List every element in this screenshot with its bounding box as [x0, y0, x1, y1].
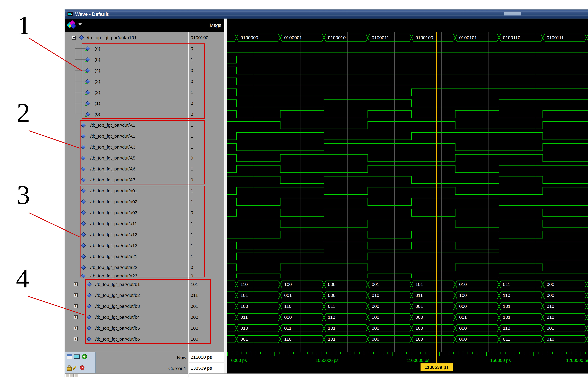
bus-value-label: 000 [547, 282, 554, 287]
lock-icon[interactable] [67, 365, 72, 371]
signal-row[interactable]: /tb_top_fgt_par/dut/A2 [65, 131, 188, 142]
splitter-handle[interactable] [66, 374, 69, 377]
bus-value-label: 001 [372, 282, 379, 287]
signal-row[interactable]: /tb_top_fgt_par/dut/a23 [65, 273, 188, 279]
waveform-panel[interactable]: 0100000010000101000100100011010010001001… [227, 32, 588, 352]
bus-value-label: 110 [284, 304, 292, 309]
bus-value-label: 100 [284, 282, 292, 287]
values-wave-splitter[interactable] [224, 19, 227, 374]
bus-value-label: 000 [284, 315, 292, 320]
bus-waveform [227, 324, 588, 332]
bit-signal-icon [86, 79, 90, 84]
signal-row[interactable]: −/tb_top_fgt_par/dut/u1/U [65, 32, 188, 43]
remove-cursor-icon[interactable] [80, 365, 84, 370]
signal-row[interactable]: (4) [65, 65, 188, 76]
bit-waveform [227, 187, 588, 194]
signal-row[interactable]: /tb_top_fgt_par/dut/A1 [65, 120, 188, 131]
layout-icon[interactable] [67, 354, 72, 359]
edit-icon[interactable] [73, 366, 76, 370]
signal-row[interactable]: (1) [65, 98, 188, 109]
signal-name: /tb_top_fgt_par/dut/b4 [95, 315, 140, 320]
ruler-tick [529, 352, 529, 354]
titlebar-grip[interactable] [504, 12, 521, 17]
dropdown-arrow-icon[interactable] [78, 23, 82, 25]
signal-row[interactable]: /tb_top_fgt_par/dut/a02 [65, 196, 188, 207]
window-titlebar[interactable]: Wave - Default [65, 10, 588, 19]
signal-value: 000 [191, 312, 224, 323]
time-cursor-line[interactable] [436, 32, 437, 363]
signal-row[interactable]: /tb_top_fgt_par/dut/a13 [65, 240, 188, 251]
window-icon [67, 12, 73, 16]
signal-row[interactable]: /tb_top_fgt_par/dut/a22 [65, 262, 188, 273]
signal-row[interactable]: /tb_top_fgt_par/dut/a03 [65, 207, 188, 218]
expand-icon[interactable]: + [74, 315, 78, 319]
timeline-label: 1200000 ps [566, 358, 588, 363]
expand-icon[interactable]: + [74, 337, 78, 341]
bus-value-label: 000 [547, 293, 554, 298]
add-signals-icon[interactable] [67, 21, 76, 30]
signal-row[interactable]: /tb_top_fgt_par/dut/A3 [65, 142, 188, 152]
signal-names-panel[interactable]: −/tb_top_fgt_par/dut/u1/U(6)(5)(4)(3)(2)… [65, 32, 188, 352]
bus-value-label: 110 [240, 282, 248, 287]
expand-icon[interactable]: + [74, 283, 78, 286]
signal-row[interactable]: /tb_top_fgt_par/dut/a11 [65, 218, 188, 229]
cursor-time-badge[interactable]: 1138539 ps [421, 363, 453, 371]
signal-row[interactable]: +/tb_top_fgt_par/dut/b5 [65, 323, 188, 334]
monitor-icon[interactable] [74, 355, 80, 359]
annotation-number-3: 3 [17, 182, 30, 208]
ruler-tick [458, 352, 459, 354]
signal-icon [79, 35, 84, 40]
timeline-label: 0000 ps [231, 358, 247, 363]
timeline-ruler[interactable]: 0000 ps1050000 ps1100000 ps150000 ps1200… [227, 352, 588, 374]
signal-row[interactable]: /tb_top_fgt_par/dut/A5 [65, 152, 188, 164]
signal-row[interactable]: +/tb_top_fgt_par/dut/b2 [65, 290, 188, 301]
bus-waveform [227, 292, 588, 299]
bus-waveform [227, 336, 588, 343]
signal-value: 001 [191, 301, 224, 312]
expand-icon[interactable]: + [74, 304, 78, 308]
signal-row[interactable]: +/tb_top_fgt_par/dut/b1 [65, 279, 188, 290]
splitter-handle[interactable] [70, 374, 74, 377]
signal-name: /tb_top_fgt_par/dut/a02 [90, 199, 137, 204]
signal-row[interactable]: /tb_top_fgt_par/dut/a21 [65, 251, 188, 262]
expand-icon[interactable]: − [72, 36, 76, 40]
signal-icon [81, 189, 86, 193]
signal-row[interactable]: (2) [65, 87, 188, 98]
ruler-tick [298, 352, 298, 356]
signal-value: 100 [191, 334, 224, 345]
waveform-canvas[interactable]: 0100000010000101000100100011010010001001… [227, 32, 588, 352]
bit-waveform [227, 56, 588, 63]
ruler-tick [538, 352, 538, 354]
expand-icon[interactable]: + [74, 326, 78, 330]
splitter-handle[interactable] [74, 374, 78, 377]
signal-row[interactable]: /tb_top_fgt_par/dut/A7 [65, 174, 188, 185]
signal-row[interactable]: (6) [65, 43, 188, 54]
ruler-tick [383, 352, 383, 354]
bus-value-label: 0100101 [459, 35, 477, 40]
bus-value-label: 010 [547, 304, 554, 309]
ruler-tick [411, 352, 411, 354]
names-values-splitter[interactable] [188, 32, 189, 377]
bus-value-label: 011 [328, 304, 335, 309]
signal-icon [81, 254, 86, 259]
signal-row[interactable]: /tb_top_fgt_par/dut/a12 [65, 229, 188, 240]
expand-icon[interactable]: + [74, 293, 78, 297]
cursor1-label[interactable]: Cursor 1 [138, 366, 186, 371]
tree-connector [75, 59, 85, 59]
signal-row[interactable]: (3) [65, 76, 188, 87]
signal-row[interactable]: (5) [65, 54, 188, 65]
bus-value-label: 000 [415, 315, 423, 320]
signal-row[interactable]: /tb_top_fgt_par/dut/A6 [65, 164, 188, 174]
ruler-tick [246, 352, 247, 354]
add-cursor-icon[interactable]: + [82, 354, 87, 359]
signal-row[interactable]: +/tb_top_fgt_par/dut/b4 [65, 312, 188, 323]
signal-row[interactable]: +/tb_top_fgt_par/dut/b3 [65, 301, 188, 312]
signal-row[interactable]: /tb_top_fgt_par/dut/a01 [65, 185, 188, 196]
ruler-tick [543, 352, 543, 354]
horizontal-scrollbar[interactable] [65, 374, 588, 377]
tree-connector [75, 48, 85, 49]
bit-signal-icon [86, 90, 90, 95]
signal-row[interactable]: (0) [65, 109, 188, 120]
signal-value: 0 [191, 76, 224, 87]
signal-row[interactable]: +/tb_top_fgt_par/dut/b6 [65, 334, 188, 345]
